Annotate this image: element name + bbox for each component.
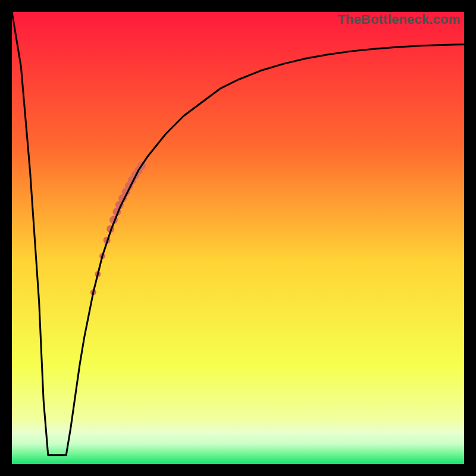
chart-svg <box>12 12 464 464</box>
watermark-text: TheBottleneck.com <box>338 12 461 27</box>
plot-area: TheBottleneck.com <box>12 12 464 464</box>
